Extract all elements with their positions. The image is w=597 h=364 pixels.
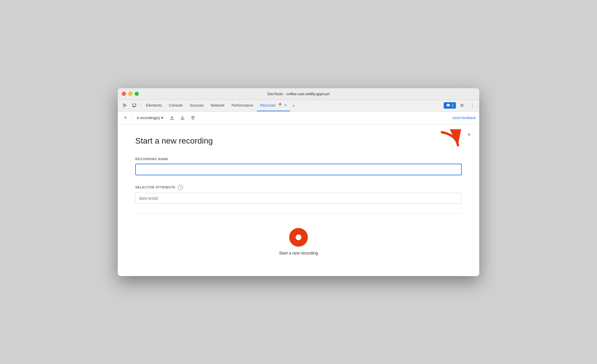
delete-button[interactable] <box>189 114 197 122</box>
svg-rect-0 <box>132 104 136 106</box>
form-title: Start a new recording <box>135 136 462 146</box>
chat-icon: 💬 <box>446 103 450 107</box>
selector-attribute-label: SELECTOR ATTRIBUTE <box>135 185 175 189</box>
selector-label-row: SELECTOR ATTRIBUTE ? <box>135 185 462 190</box>
traffic-lights <box>122 92 139 96</box>
tab-elements[interactable]: Elements <box>143 100 165 111</box>
selector-attribute-group: SELECTOR ATTRIBUTE ? <box>135 185 462 204</box>
cursor-icon[interactable] <box>120 101 129 110</box>
recording-name-group: RECORDING NAME <box>135 157 462 175</box>
help-icon[interactable]: ? <box>178 185 183 190</box>
tab-console[interactable]: Console <box>165 100 186 111</box>
feedback-button[interactable]: 💬 1 <box>444 102 456 109</box>
close-panel-button[interactable]: × <box>465 130 473 139</box>
svg-rect-1 <box>133 106 135 107</box>
maximize-button[interactable] <box>135 92 139 96</box>
devtools-tabs: Elements Console Sources Network Perform… <box>118 100 479 112</box>
tab-sources[interactable]: Sources <box>186 100 207 111</box>
start-recording-label: Start a new recording <box>279 251 318 255</box>
recording-name-label: RECORDING NAME <box>135 157 462 161</box>
recording-name-input[interactable] <box>135 164 462 175</box>
form-divider <box>135 213 462 213</box>
import-button[interactable] <box>178 114 187 122</box>
tab-network[interactable]: Network <box>207 100 228 111</box>
record-section: Start a new recording <box>135 219 462 264</box>
close-button[interactable] <box>122 92 126 96</box>
title-bar: DevTools - coffee-cart.netlify.app/cart <box>118 88 479 100</box>
tab-separator-1 <box>141 103 141 108</box>
settings-icon[interactable]: ⚙ <box>457 101 466 110</box>
send-feedback-link[interactable]: Send feedback <box>452 116 476 120</box>
start-recording-button[interactable] <box>289 228 308 247</box>
record-button-inner <box>296 234 301 240</box>
recordings-dropdown[interactable]: 4 recording(s) ▾ <box>134 114 166 121</box>
tab-performance[interactable]: Performance <box>228 100 257 111</box>
devtools-actions: 💬 1 ⚙ ⋮ <box>444 101 477 110</box>
export-button[interactable] <box>168 114 176 122</box>
add-recording-button[interactable]: + <box>121 114 129 122</box>
recorder-toolbar: + 4 recording(s) ▾ Send feedback <box>118 112 479 125</box>
toolbar-divider <box>132 115 132 121</box>
selector-attribute-input[interactable] <box>135 193 462 204</box>
chevron-down-icon: ▾ <box>161 116 163 120</box>
device-icon[interactable] <box>129 101 139 110</box>
tab-recorder[interactable]: Recorder 📍 × <box>257 100 290 111</box>
window-title: DevTools - coffee-cart.netlify.app/cart <box>267 92 329 96</box>
more-options-icon[interactable]: ⋮ <box>468 101 477 110</box>
recordings-count-label: 4 recording(s) <box>137 116 160 120</box>
more-tabs-button[interactable]: » <box>290 100 297 111</box>
main-content: × Start a new recording RECORDING NAME S… <box>118 125 479 276</box>
feedback-count: 1 <box>452 103 454 107</box>
minimize-button[interactable] <box>128 92 132 96</box>
recorder-close-icon[interactable]: × <box>284 103 287 107</box>
devtools-window: DevTools - coffee-cart.netlify.app/cart … <box>118 88 479 276</box>
red-arrow-indicator <box>439 129 462 151</box>
recorder-pin-icon: 📍 <box>278 103 282 107</box>
